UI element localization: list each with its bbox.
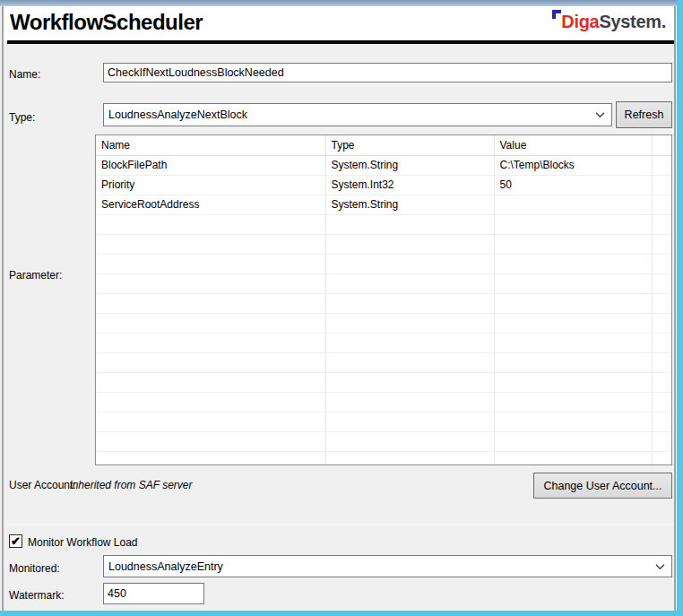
cell-type[interactable]: System.Int32 <box>325 175 494 195</box>
table-row[interactable] <box>96 352 672 372</box>
cell-name[interactable] <box>96 254 325 273</box>
cell-value[interactable] <box>494 234 652 254</box>
cell-type[interactable] <box>325 431 494 451</box>
cell-value[interactable] <box>494 392 652 412</box>
user-account-value: inherited from SAF server <box>70 479 193 491</box>
cell-value[interactable] <box>494 412 652 431</box>
table-row[interactable] <box>96 293 672 313</box>
table-row[interactable] <box>96 333 672 352</box>
cell-name[interactable] <box>96 234 325 254</box>
cell-name[interactable] <box>96 333 325 352</box>
cell-name[interactable]: Priority <box>96 175 325 195</box>
table-row[interactable] <box>96 273 672 293</box>
cell-filler <box>652 392 672 412</box>
logo-text-system: System. <box>599 12 666 32</box>
cell-value[interactable] <box>494 214 652 234</box>
cell-filler <box>652 451 672 465</box>
cell-name[interactable] <box>96 273 325 293</box>
cell-name[interactable]: BlockFilePath <box>96 155 325 175</box>
monitor-workflow-load-checkbox[interactable]: ✔ <box>9 534 22 548</box>
table-row[interactable] <box>96 372 672 392</box>
cell-name[interactable] <box>96 293 325 313</box>
cell-type[interactable] <box>325 293 494 313</box>
cell-name[interactable] <box>96 313 325 333</box>
name-input[interactable] <box>103 63 672 82</box>
monitored-combobox-value: LoudnessAnalyzeEntry <box>108 560 223 573</box>
cell-value[interactable] <box>494 451 652 465</box>
table-row[interactable] <box>96 214 672 234</box>
cell-filler <box>652 155 672 175</box>
cell-value[interactable] <box>494 333 652 352</box>
chevron-down-icon <box>655 563 665 569</box>
cell-filler <box>652 352 672 372</box>
cell-name[interactable] <box>96 372 325 392</box>
table-row[interactable] <box>96 451 672 465</box>
cell-type[interactable] <box>325 451 494 465</box>
cell-name[interactable] <box>96 214 325 234</box>
cell-name[interactable] <box>96 412 325 431</box>
cell-value[interactable] <box>494 431 652 451</box>
name-label: Name: <box>9 68 40 81</box>
refresh-button[interactable]: Refresh <box>616 101 672 128</box>
cell-type[interactable] <box>325 333 494 352</box>
cell-type[interactable] <box>325 392 494 412</box>
window-right-accent-border <box>677 0 683 616</box>
cell-value[interactable] <box>494 313 652 333</box>
monitored-combobox[interactable]: LoudnessAnalyzeEntry <box>103 555 672 577</box>
column-header-type[interactable]: Type <box>325 135 494 155</box>
parameter-table-body: BlockFilePath System.String C:\Temp\Bloc… <box>96 155 672 465</box>
cell-filler <box>652 234 672 254</box>
cell-type[interactable]: System.String <box>325 195 494 214</box>
cell-filler <box>652 412 672 431</box>
cell-name[interactable] <box>96 352 325 372</box>
change-user-account-button[interactable]: Change User Account... <box>533 473 672 499</box>
cell-type[interactable]: System.String <box>325 155 494 175</box>
cell-name[interactable]: ServiceRootAddress <box>96 195 325 214</box>
cell-value[interactable] <box>494 195 652 214</box>
table-row[interactable] <box>96 234 672 254</box>
cell-type[interactable] <box>325 412 494 431</box>
cell-type[interactable] <box>325 313 494 333</box>
cell-type[interactable] <box>325 273 494 293</box>
cell-filler <box>652 175 672 195</box>
column-header-value[interactable]: Value <box>494 135 652 155</box>
cell-value[interactable] <box>494 254 652 273</box>
checkmark-icon: ✔ <box>11 535 21 547</box>
cell-type[interactable] <box>325 352 494 372</box>
cell-type[interactable] <box>325 254 494 273</box>
logo-text-diga: Diga <box>561 12 599 32</box>
cell-name[interactable] <box>96 392 325 412</box>
cell-name[interactable] <box>96 431 325 451</box>
cell-value[interactable] <box>494 352 652 372</box>
table-row[interactable]: BlockFilePath System.String C:\Temp\Bloc… <box>96 155 672 175</box>
table-row[interactable] <box>96 313 672 333</box>
table-row[interactable] <box>96 412 672 431</box>
table-row[interactable]: Priority System.Int32 50 <box>96 175 672 195</box>
window-bottom-accent-border <box>0 611 683 616</box>
table-row[interactable]: ServiceRootAddress System.String <box>96 195 672 214</box>
type-combobox[interactable]: LoudnessAnalyzeNextBlock <box>103 103 612 126</box>
table-row[interactable] <box>96 431 672 451</box>
cell-value[interactable] <box>494 372 652 392</box>
cell-type[interactable] <box>325 372 494 392</box>
table-row[interactable] <box>96 392 672 412</box>
watermark-input[interactable] <box>103 583 204 604</box>
type-label: Type: <box>9 111 35 124</box>
cell-type[interactable] <box>325 214 494 234</box>
cell-value[interactable] <box>494 293 652 313</box>
window-top-edge <box>0 0 683 6</box>
cell-value[interactable]: C:\Temp\Blocks <box>494 155 652 175</box>
cell-type[interactable] <box>325 234 494 254</box>
digasystem-logo: DigaSystem. <box>552 12 666 32</box>
cell-value[interactable] <box>494 273 652 293</box>
cell-filler <box>652 195 672 214</box>
column-header-name[interactable]: Name <box>96 135 325 155</box>
cell-name[interactable] <box>96 451 325 465</box>
monitored-label: Monitored: <box>9 562 60 575</box>
table-row[interactable] <box>96 254 672 273</box>
cell-filler <box>652 431 672 451</box>
cell-value[interactable]: 50 <box>494 175 652 195</box>
monitor-workflow-load-label: Monitor Workflow Load <box>28 536 138 549</box>
window-left-edge <box>2 6 4 611</box>
watermark-label: Watermark: <box>9 589 65 602</box>
